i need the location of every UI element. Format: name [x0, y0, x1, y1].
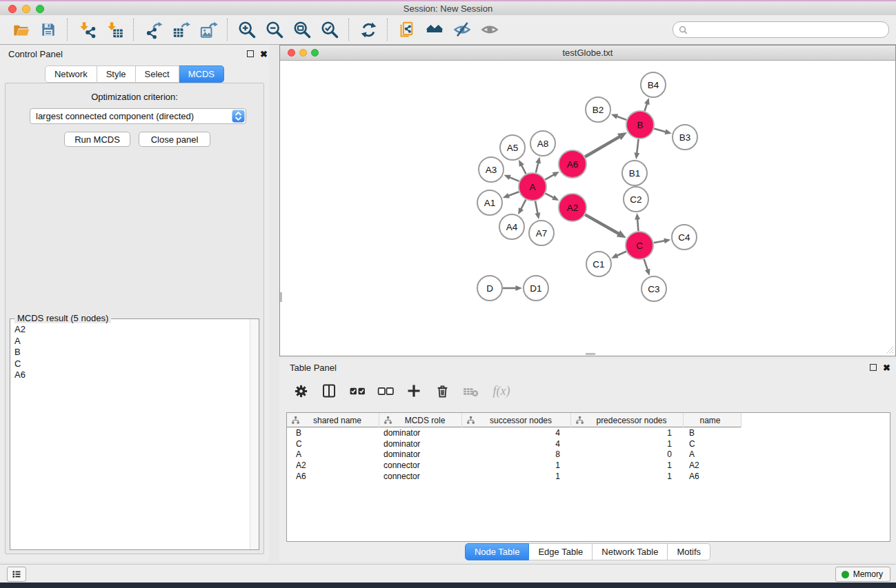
- table-row[interactable]: Bdominator41B: [287, 427, 890, 438]
- add-column-button[interactable]: [405, 382, 423, 400]
- unchecked-boxes-icon: [377, 383, 395, 400]
- edge-C-C4: [654, 241, 666, 243]
- tab-style[interactable]: Style: [97, 65, 136, 83]
- node-label: C3: [648, 284, 659, 294]
- open-session-button[interactable]: [7, 17, 34, 43]
- result-item[interactable]: C: [14, 358, 250, 370]
- node-label: A6: [567, 159, 579, 170]
- tab-node-table[interactable]: Node Table: [465, 543, 530, 560]
- new-network-button[interactable]: [393, 17, 421, 43]
- search-input[interactable]: [691, 24, 883, 36]
- table-settings-button[interactable]: [292, 382, 310, 400]
- table-row[interactable]: Cdominator41C: [287, 438, 890, 449]
- home-button[interactable]: [421, 17, 448, 43]
- edge-arrowhead: [535, 156, 541, 163]
- edge-arrowhead: [611, 114, 618, 119]
- memory-button[interactable]: Memory: [835, 567, 890, 582]
- result-item[interactable]: A6: [14, 369, 250, 381]
- export-table-icon: [172, 21, 190, 39]
- node-label: A4: [506, 222, 518, 232]
- table-close-icon[interactable]: ✖: [883, 364, 890, 372]
- table-row[interactable]: Adominator80A: [287, 449, 890, 460]
- node-table: shared nameMCDS rolesuccessor nodesprede…: [286, 412, 890, 542]
- hide-panels-button[interactable]: [448, 17, 476, 43]
- save-session-button[interactable]: [34, 17, 62, 43]
- tab-select[interactable]: Select: [136, 65, 179, 83]
- run-mcds-button[interactable]: Run MCDS: [64, 132, 130, 147]
- select-all-button[interactable]: [348, 382, 366, 400]
- result-item[interactable]: A2: [14, 324, 250, 336]
- column-header-successor-nodes[interactable]: successor nodes: [462, 413, 571, 427]
- tab-mcds[interactable]: MCDS: [179, 65, 224, 83]
- import-network-button[interactable]: [73, 17, 101, 43]
- zoom-selected-icon: [320, 20, 339, 39]
- export-network-button[interactable]: [139, 17, 167, 43]
- network-window-titlebar[interactable]: testGlobe.txt: [280, 45, 895, 61]
- edge-A-A4: [521, 200, 526, 210]
- criterion-value: largest connected component (directed): [30, 111, 232, 121]
- zoom-selected-button[interactable]: [316, 17, 344, 43]
- export-table-button[interactable]: [167, 17, 195, 43]
- table-cell: 1: [571, 460, 684, 470]
- edge-arrowhead: [664, 238, 670, 243]
- network-file-icon: [398, 21, 417, 39]
- edge-B-B2: [616, 116, 626, 120]
- export-network-icon: [144, 21, 163, 39]
- zoom-in-icon: [237, 20, 257, 39]
- edge-arrowhead: [516, 285, 523, 291]
- zoom-in-button[interactable]: [233, 17, 261, 43]
- delete-table-icon: [462, 383, 479, 400]
- deselect-all-button[interactable]: [377, 382, 395, 400]
- close-panel-icon[interactable]: ✖: [260, 50, 268, 58]
- edge-arrowhead: [635, 213, 640, 220]
- tab-edge-table[interactable]: Edge Table: [529, 543, 593, 560]
- refresh-button[interactable]: [355, 17, 382, 43]
- function-builder-button[interactable]: f(x): [490, 382, 513, 400]
- table-row[interactable]: A6connector11A6: [287, 471, 890, 482]
- delete-column-button[interactable]: [433, 382, 451, 400]
- tab-network[interactable]: Network: [45, 65, 97, 83]
- column-header-shared-name[interactable]: shared name: [287, 413, 379, 427]
- close-panel-button[interactable]: Close panel: [139, 132, 210, 147]
- table-cell: 8: [462, 449, 571, 459]
- import-table-button[interactable]: [101, 17, 128, 43]
- tab-network-table[interactable]: Network Table: [593, 543, 668, 560]
- edge-arrowhead: [665, 129, 672, 134]
- network-window: testGlobe.txt AA1A2A3A4A5A6A7A8BB1B2B3B4…: [279, 45, 896, 356]
- tab-motifs[interactable]: Motifs: [668, 543, 710, 560]
- node-label: A3: [486, 165, 497, 175]
- table-row[interactable]: A2connector11A2: [287, 460, 890, 471]
- table-toolbar: f(x): [292, 382, 513, 400]
- horizontal-scroll-mark[interactable]: [586, 353, 595, 355]
- zoom-fit-icon: [292, 20, 312, 39]
- result-item[interactable]: B: [14, 347, 250, 358]
- column-header-predecessor-nodes[interactable]: predecessor nodes: [571, 413, 684, 427]
- zoom-out-button[interactable]: [261, 17, 288, 43]
- panel-menu-button[interactable]: [7, 567, 26, 582]
- criterion-select[interactable]: largest connected component (directed): [30, 108, 246, 124]
- network-graph[interactable]: AA1A2A3A4A5A6A7A8BB1B2B3B4CC1C2C3C4DD1: [280, 61, 895, 356]
- window-titlebar[interactable]: Session: New Session: [0, 1, 896, 16]
- window-title: Session: New Session: [0, 3, 896, 14]
- column-header-name[interactable]: name: [684, 413, 741, 427]
- table-cell: dominator: [379, 439, 462, 449]
- show-columns-button[interactable]: [320, 382, 338, 400]
- table-cell: A2: [684, 460, 741, 470]
- result-scrollbar[interactable]: [250, 319, 259, 549]
- resize-grip-icon[interactable]: [885, 345, 894, 354]
- main-toolbar: [0, 15, 896, 45]
- table-float-icon[interactable]: [870, 364, 877, 371]
- edge-arrowhead: [535, 212, 540, 219]
- export-image-button[interactable]: [195, 17, 222, 43]
- float-panel-icon[interactable]: [247, 50, 254, 57]
- result-item[interactable]: A: [14, 336, 250, 347]
- columns-icon: [321, 383, 337, 399]
- control-panel-title: Control Panel: [8, 49, 63, 59]
- table-cell: C: [287, 439, 379, 449]
- delete-table-button[interactable]: [461, 382, 479, 400]
- column-header-MCDS-role[interactable]: MCDS role: [379, 413, 462, 427]
- vertical-scroll-mark[interactable]: [280, 292, 282, 302]
- zoom-fit-button[interactable]: [288, 17, 316, 43]
- show-panels-button[interactable]: [476, 17, 504, 43]
- node-label: B2: [593, 105, 604, 115]
